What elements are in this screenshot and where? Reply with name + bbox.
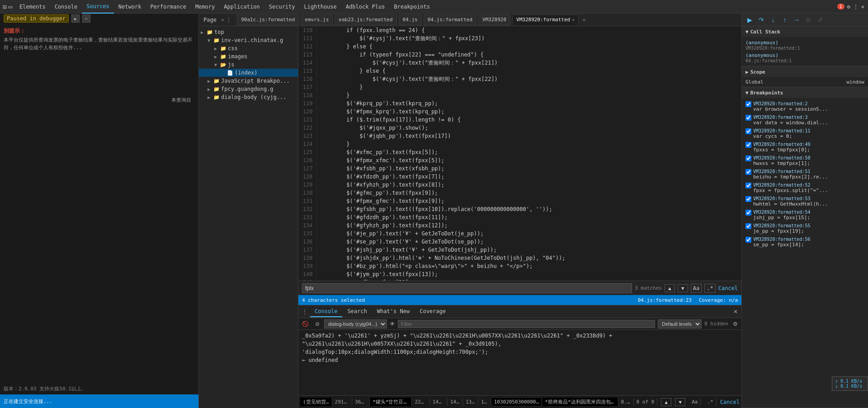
more-icon[interactable]: ⋮ xyxy=(853,4,859,10)
breakpoint-item-7[interactable]: VM328920:formatted:53 hwhtml = GetHwxxHt… xyxy=(745,195,864,208)
step-out-button[interactable]: ↑ xyxy=(780,15,790,25)
file-tab-04js[interactable]: 04.js xyxy=(399,14,422,25)
tab-performance[interactable]: Performance xyxy=(146,0,190,14)
call-stack-item-0[interactable]: (anonymous) VM328920:formatted:1 xyxy=(745,39,864,52)
strip-next-btn[interactable]: ▼ xyxy=(675,398,685,406)
breakpoint-checkbox-9[interactable] xyxy=(745,223,751,229)
breakpoint-checkbox-3[interactable] xyxy=(745,142,751,148)
breakpoint-checkbox-6[interactable] xyxy=(745,183,751,188)
breakpoint-checkbox-8[interactable] xyxy=(745,210,751,216)
tab-application[interactable]: Application xyxy=(219,0,264,14)
call-stack-header[interactable]: ▼ Call Stack xyxy=(742,26,868,37)
tree-item-index[interactable]: 📄 (index) xyxy=(199,69,298,77)
close-devtools-icon[interactable]: ✕ xyxy=(861,4,864,10)
search-input[interactable] xyxy=(302,283,632,293)
tab-security[interactable]: Security xyxy=(264,0,300,14)
file-tab-eab23[interactable]: eab23.js:formatted xyxy=(335,14,396,25)
restart-frame-button[interactable]: ↺ xyxy=(815,15,825,25)
device-icon[interactable]: ▭ xyxy=(8,3,12,10)
settings-icon[interactable]: ⚙ xyxy=(847,4,850,10)
file-tab-90a1c[interactable]: 90a1c.js:formatted xyxy=(237,14,299,25)
console-menu-icon[interactable]: ⋮ xyxy=(300,309,309,315)
close-tab-icon[interactable]: ✕ xyxy=(572,17,575,22)
breakpoint-item-3[interactable]: VM328920:formatted:49 fpxxs = tmpfpxx[0]… xyxy=(745,141,864,154)
deactivate-button[interactable]: ⊘ xyxy=(803,15,813,25)
tab-adblock[interactable]: Adblock Plus xyxy=(341,0,390,14)
page-menu-icon[interactable]: ⋮ xyxy=(226,17,231,23)
tab-console[interactable]: Console xyxy=(50,0,82,14)
more-files-icon[interactable]: » xyxy=(221,17,224,23)
breakpoint-item-1[interactable]: VM328920:formatted:3 var data = window.d… xyxy=(745,113,864,127)
code-area[interactable]: 110 if (fpxx.length == 24) {111 $('#cysj… xyxy=(298,26,741,281)
console-settings-button[interactable]: ⚙ xyxy=(731,320,740,328)
breakpoint-checkbox-0[interactable] xyxy=(745,101,751,107)
breakpoint-checkbox-1[interactable] xyxy=(745,115,751,121)
inspect-icon[interactable]: ⊡ xyxy=(3,3,6,10)
tab-breakpoints[interactable]: Breakpoints xyxy=(389,0,434,14)
scope-header[interactable]: ▶ Scope xyxy=(742,66,868,77)
breakpoint-item-8[interactable]: VM328920:formatted:54 jshj_pp = fpxx[15]… xyxy=(745,208,864,222)
tree-item-images[interactable]: ▶ 📁 images xyxy=(199,52,298,61)
console-tab-coverage[interactable]: Coverage xyxy=(415,306,450,317)
resume-debugger-button[interactable]: ▶ xyxy=(745,15,755,25)
breakpoint-item-0[interactable]: VM328920:formatted:2 var browser = sessi… xyxy=(745,100,864,113)
page-label[interactable]: Page xyxy=(201,17,219,23)
breakpoints-header[interactable]: ▼ Breakpoints xyxy=(742,87,868,98)
console-tab-whatsnew[interactable]: What's New xyxy=(373,306,414,317)
tree-item-top[interactable]: ▶ 📁 top xyxy=(199,28,298,36)
console-tab-console[interactable]: Console xyxy=(310,306,342,317)
context-select[interactable]: dialog-body (cyjg04...) xyxy=(324,319,387,328)
breakpoint-item-6[interactable]: VM328920:formatted:52 fpxx = fpxxs.split… xyxy=(745,181,864,195)
tab-memory[interactable]: Memory xyxy=(191,0,219,14)
tree-item-jsbp[interactable]: ▶ 📁 JavaScript Breakpo... xyxy=(199,77,298,85)
console-output[interactable]: _0x5a9fa2) + '\u2261' + yzmSj) + "\u2261… xyxy=(298,330,741,395)
file-tab-vm328920-formatted[interactable]: VM328920:formatted ✕ xyxy=(512,14,579,25)
tab-elements[interactable]: Elements xyxy=(15,0,50,14)
breakpoint-checkbox-10[interactable] xyxy=(745,237,751,243)
search-cancel-button[interactable]: Cancel xyxy=(718,285,738,291)
filter-toggle-button[interactable]: ⊘ xyxy=(313,320,321,328)
search-prev-button[interactable]: ▲ xyxy=(665,284,675,292)
match-case-button[interactable]: Aa xyxy=(691,284,702,293)
eye-icon[interactable]: 👁 xyxy=(390,321,395,327)
breakpoint-checkbox-2[interactable] xyxy=(745,128,751,134)
breakpoint-item-10[interactable]: VM328920:formatted:56 se_pp = fpxx[14]; xyxy=(745,235,864,249)
search-next-button[interactable]: ▼ xyxy=(678,284,688,292)
tree-item-chinatax[interactable]: ▼ 📁 inv-veri.chinatax.g xyxy=(199,36,298,44)
more-tabs-icon[interactable]: » xyxy=(582,17,585,23)
scope-global[interactable]: Global window xyxy=(745,79,864,85)
step-over-debugger-button[interactable]: ↷ xyxy=(756,15,766,25)
tree-item-dialog[interactable]: ▶ 📁 dialog-body (cyjg... xyxy=(199,93,298,101)
tree-item-fpcy[interactable]: ▶ 📁 fpcy.guangdong.g xyxy=(199,85,298,93)
step-into-button[interactable]: ↓ xyxy=(768,15,778,25)
clear-console-button[interactable]: 🚫 xyxy=(300,320,311,328)
tree-item-css[interactable]: ▶ 📁 css xyxy=(199,44,298,52)
breakpoint-item-4[interactable]: VM328920:formatted:50 hwxxs = tmpfpxx[1]… xyxy=(745,154,864,168)
strip-regex[interactable]: .* xyxy=(704,398,716,406)
file-tab-04js-formatted[interactable]: 04.js:formatted xyxy=(424,14,476,25)
breakpoint-item-5[interactable]: VM328920:formatted:51 beizhu = tmpfpxx[2… xyxy=(745,168,864,181)
strip-aa[interactable]: Aa xyxy=(689,398,701,406)
level-select[interactable]: Default levels xyxy=(658,319,702,328)
step-button[interactable]: → xyxy=(792,15,802,25)
resume-button[interactable]: ▶ xyxy=(71,14,80,23)
breakpoint-checkbox-5[interactable] xyxy=(745,169,751,175)
tab-lighthouse[interactable]: Lighthouse xyxy=(300,0,341,14)
breakpoint-item-2[interactable]: VM328920:formatted:11 var cycs = 0; xyxy=(745,127,864,141)
close-console-button[interactable]: ✕ xyxy=(731,308,740,316)
strip-cancel[interactable]: Cancel xyxy=(720,399,740,405)
file-tab-emvrs[interactable]: emvrs.js xyxy=(301,14,333,25)
tab-network[interactable]: Network xyxy=(114,0,146,14)
file-tab-vm328920[interactable]: VM328920 xyxy=(478,14,510,25)
strip-prev-btn[interactable]: ▲ xyxy=(661,398,671,406)
console-tab-search[interactable]: Search xyxy=(343,306,372,317)
tab-sources[interactable]: Sources xyxy=(82,0,114,14)
breakpoint-checkbox-4[interactable] xyxy=(745,155,751,161)
breakpoint-checkbox-7[interactable] xyxy=(745,196,751,202)
call-stack-item-1[interactable]: (anonymous) 04.js:formatted:1 xyxy=(745,52,864,64)
tree-item-js[interactable]: ▼ 📂 js xyxy=(199,61,298,69)
breakpoint-item-9[interactable]: VM328920:formatted:55 je_pp = fpxx[19]; xyxy=(745,222,864,235)
regex-button[interactable]: .* xyxy=(704,284,715,293)
step-over-button[interactable]: ↷ xyxy=(82,14,90,23)
filter-input[interactable] xyxy=(398,320,655,328)
